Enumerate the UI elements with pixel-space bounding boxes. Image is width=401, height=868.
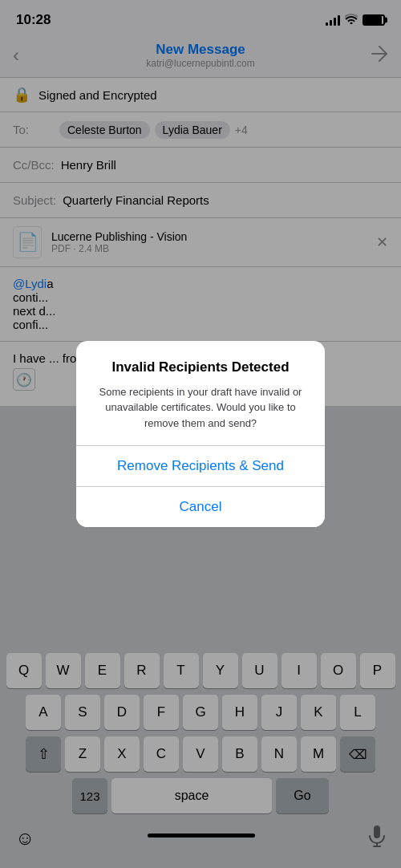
modal-overlay: Invalid Recipients Detected Some recipie… (0, 0, 401, 868)
alert-content: Invalid Recipients Detected Some recipie… (76, 341, 325, 446)
remove-recipients-button[interactable]: Remove Recipients & Send (76, 446, 325, 486)
alert-title: Invalid Recipients Detected (92, 359, 309, 376)
cancel-button[interactable]: Cancel (76, 487, 325, 527)
alert-message: Some recipients in your draft have inval… (92, 384, 309, 432)
alert-dialog: Invalid Recipients Detected Some recipie… (76, 341, 325, 528)
